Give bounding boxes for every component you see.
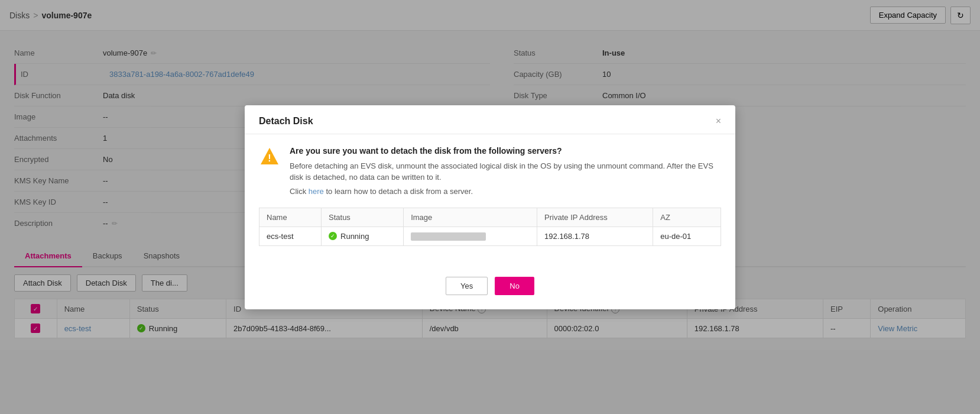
- svg-text:!: !: [268, 153, 271, 163]
- modal-overlay: Detach Disk × ! Are you sure you want to…: [0, 0, 980, 414]
- warning-link-line: Click here to learn how to detach a disk…: [290, 187, 721, 196]
- detach-disk-modal: Detach Disk × ! Are you sure you want to…: [245, 105, 735, 309]
- modal-col-status: Status: [322, 208, 404, 227]
- modal-table-row: ecs-test Running 192: [259, 227, 721, 245]
- modal-title: Detach Disk: [259, 116, 313, 127]
- modal-close-button[interactable]: ×: [716, 117, 721, 126]
- modal-status-text: Running: [340, 232, 369, 241]
- no-button[interactable]: No: [495, 277, 534, 295]
- modal-row-private-ip: 192.168.1.78: [537, 227, 653, 245]
- modal-servers-table: Name Status Image Private IP Address AZ …: [259, 208, 721, 246]
- modal-header: Detach Disk ×: [245, 105, 735, 134]
- warning-main-text: Are you sure you want to detach the disk…: [290, 146, 721, 156]
- here-link[interactable]: here: [309, 187, 324, 196]
- link-text-before: Click: [290, 187, 306, 196]
- modal-row-name: ecs-test: [259, 227, 322, 245]
- modal-footer: Yes No: [245, 272, 735, 309]
- warning-desc-text: Before detaching an EVS disk, unmount th…: [290, 160, 721, 183]
- modal-body: ! Are you sure you want to detach the di…: [245, 134, 735, 272]
- modal-row-az: eu-de-01: [653, 227, 721, 245]
- warning-text: Are you sure you want to detach the disk…: [290, 146, 721, 196]
- modal-col-private-ip: Private IP Address: [537, 208, 653, 227]
- warning-section: ! Are you sure you want to detach the di…: [259, 146, 721, 196]
- modal-row-image: [404, 227, 537, 245]
- modal-running-icon: [329, 232, 337, 240]
- modal-col-name: Name: [259, 208, 322, 227]
- link-text-after: to learn how to detach a disk from a ser…: [326, 187, 473, 196]
- modal-col-image: Image: [404, 208, 537, 227]
- modal-row-status: Running: [322, 227, 404, 245]
- modal-image-blurred: [411, 232, 486, 241]
- yes-button[interactable]: Yes: [446, 277, 488, 295]
- warning-icon: !: [259, 146, 280, 167]
- modal-col-az: AZ: [653, 208, 721, 227]
